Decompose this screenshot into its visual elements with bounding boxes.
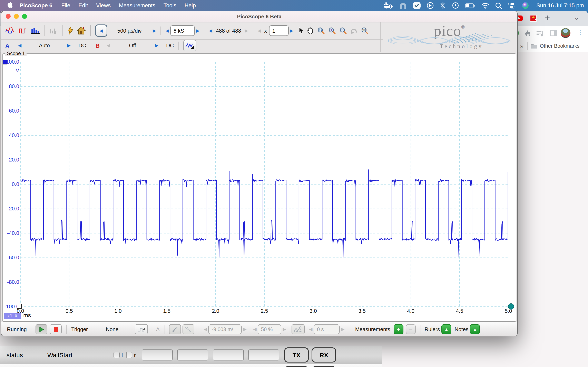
new-tab-button[interactable]: + bbox=[545, 13, 550, 23]
royal-mail-icon[interactable] bbox=[530, 15, 536, 23]
trigger-delay-input[interactable]: 0 s bbox=[314, 324, 340, 334]
buffer-prev-arrow[interactable]: ◀ bbox=[208, 28, 214, 33]
waveform-plot[interactable] bbox=[20, 62, 508, 307]
menu-file[interactable]: File bbox=[57, 2, 75, 8]
add-measurement-button[interactable]: + bbox=[393, 324, 403, 334]
extensions-puzzle-icon[interactable] bbox=[524, 30, 532, 39]
arch-icon[interactable] bbox=[399, 2, 406, 9]
channel-a-range-up-arrow[interactable]: ▶ bbox=[66, 43, 72, 48]
zoom-input[interactable]: 1 bbox=[269, 25, 289, 36]
start-button[interactable] bbox=[36, 324, 48, 334]
title-bar[interactable]: PicoScope 6 Beta bbox=[1, 11, 517, 22]
avatar[interactable] bbox=[561, 28, 571, 38]
timebase-value[interactable]: 500 µs/div bbox=[107, 27, 151, 34]
menu-measurements[interactable]: Measurements bbox=[115, 2, 159, 8]
auto-setup-icon[interactable] bbox=[67, 26, 73, 35]
menu-views[interactable]: Views bbox=[92, 2, 115, 8]
siri-icon[interactable] bbox=[522, 2, 528, 9]
pointer-tool-icon[interactable] bbox=[298, 27, 304, 34]
advanced-trigger-button[interactable] bbox=[135, 324, 148, 334]
value-field[interactable] bbox=[142, 350, 173, 360]
undo-zoom-icon[interactable] bbox=[350, 27, 358, 34]
pre-trigger-down-arrow[interactable]: ◀ bbox=[252, 327, 258, 332]
trigger-mode[interactable]: None bbox=[106, 326, 118, 332]
zoom-selection-icon[interactable] bbox=[317, 27, 325, 34]
buffer-next-arrow[interactable]: ▶ bbox=[243, 28, 250, 33]
trigger-delay-up-arrow[interactable]: ▶ bbox=[340, 327, 346, 332]
kebab-menu-icon[interactable]: ⋮ bbox=[577, 29, 583, 35]
samples-input[interactable]: 8 kS bbox=[170, 25, 195, 36]
channel-a-range-down-arrow[interactable]: ◀ bbox=[17, 43, 23, 48]
rulers-button[interactable]: ▲ bbox=[442, 324, 451, 334]
zoom-out-icon[interactable] bbox=[339, 27, 347, 34]
rx-button[interactable]: RX bbox=[311, 347, 336, 363]
pre-trigger-up-arrow[interactable]: ▶ bbox=[282, 327, 287, 332]
x-multiplier-badge[interactable]: x1.0 bbox=[4, 313, 21, 319]
histogram-view-icon-disabled[interactable] bbox=[49, 27, 58, 34]
rising-edge-button[interactable] bbox=[169, 324, 181, 334]
battery-icon[interactable] bbox=[465, 3, 475, 8]
channel-b-coupling[interactable]: DC bbox=[166, 42, 174, 49]
value-field[interactable] bbox=[177, 350, 208, 360]
zoom-increase-arrow[interactable]: ▶ bbox=[289, 28, 295, 33]
persistence-view-icon[interactable] bbox=[18, 27, 27, 34]
channel-b-range-down-arrow[interactable]: ◀ bbox=[105, 43, 111, 48]
menu-edit[interactable]: Edit bbox=[74, 2, 92, 8]
samples-increase-arrow[interactable]: ▶ bbox=[195, 28, 201, 33]
home-settings-icon[interactable] bbox=[77, 26, 86, 35]
shortcuts-check-icon[interactable] bbox=[413, 2, 420, 9]
stop-button[interactable] bbox=[50, 324, 62, 334]
scope-view-icon[interactable] bbox=[5, 27, 15, 34]
checkbox-r[interactable] bbox=[126, 352, 132, 358]
menu-clock[interactable]: Sun 16 Jul 7:15 pm bbox=[536, 2, 584, 8]
pre-trigger-input[interactable]: 50 % bbox=[258, 324, 282, 334]
menu-help[interactable]: Help bbox=[181, 2, 200, 8]
trigger-level-input[interactable]: -9.003 m\ bbox=[208, 324, 242, 334]
remove-measurement-button[interactable]: − bbox=[406, 324, 415, 334]
side-panel-icon[interactable] bbox=[550, 30, 557, 38]
apple-menu-icon[interactable] bbox=[0, 2, 15, 9]
timebase-increase-arrow[interactable]: ▶ bbox=[151, 28, 157, 33]
trigger-level-up-arrow[interactable]: ▶ bbox=[242, 327, 248, 332]
axis-origin-handle[interactable] bbox=[17, 304, 22, 309]
zoom-in-icon[interactable] bbox=[328, 27, 336, 34]
channel-a-axis-handle[interactable] bbox=[3, 60, 7, 64]
playlist-icon[interactable] bbox=[536, 30, 544, 38]
tab-search-chevron-icon[interactable]: ⌄ bbox=[574, 14, 579, 21]
trigger-marker-handle[interactable] bbox=[508, 303, 514, 309]
play-circle-icon[interactable] bbox=[426, 2, 433, 9]
notes-button[interactable]: ▲ bbox=[470, 324, 480, 334]
post-trigger-button[interactable] bbox=[292, 324, 305, 334]
docker-icon[interactable]: ! bbox=[384, 2, 393, 9]
time-machine-icon[interactable] bbox=[452, 2, 459, 9]
other-bookmarks[interactable]: Other Bookmarks bbox=[540, 43, 580, 49]
channel-a-coupling[interactable]: DC bbox=[78, 42, 86, 49]
samples-decrease-arrow[interactable]: ◀ bbox=[164, 28, 170, 33]
trigger-delay-down-arrow[interactable]: ◀ bbox=[308, 327, 314, 332]
spotlight-search-icon[interactable] bbox=[495, 2, 502, 9]
spectrum-view-icon[interactable] bbox=[31, 27, 40, 34]
falling-edge-button[interactable] bbox=[182, 324, 194, 334]
menu-app-name[interactable]: PicoScope 6 bbox=[15, 2, 57, 8]
timebase-decrease-button[interactable]: ◀ bbox=[95, 25, 107, 37]
tx-button[interactable]: TX bbox=[284, 366, 309, 367]
channel-b-range-up-arrow[interactable]: ▶ bbox=[154, 43, 160, 48]
value-field[interactable] bbox=[248, 350, 279, 360]
tx-button[interactable]: TX bbox=[284, 347, 309, 363]
trigger-level-down-arrow[interactable]: ◀ bbox=[203, 327, 208, 332]
rx-button[interactable]: RX bbox=[311, 366, 336, 367]
bluetooth-icon[interactable] bbox=[440, 2, 446, 9]
channel-a-range[interactable]: Auto bbox=[23, 42, 66, 49]
checkbox-I[interactable] bbox=[113, 352, 120, 358]
hand-tool-icon[interactable] bbox=[307, 27, 314, 34]
zoom-decrease-arrow[interactable]: ◀ bbox=[256, 28, 262, 33]
signal-generator-button[interactable] bbox=[183, 40, 196, 51]
scope-tab-label[interactable]: Scope 1 bbox=[5, 50, 26, 56]
wifi-icon[interactable] bbox=[481, 3, 489, 8]
bookmarks-overflow-chevrons[interactable]: » bbox=[520, 43, 523, 49]
control-center-icon[interactable] bbox=[508, 2, 516, 9]
value-field[interactable] bbox=[213, 350, 244, 360]
menu-tools[interactable]: Tools bbox=[159, 2, 181, 8]
zoom-full-icon[interactable]: 100 bbox=[361, 27, 369, 34]
channel-b-range[interactable]: Off bbox=[111, 42, 154, 49]
